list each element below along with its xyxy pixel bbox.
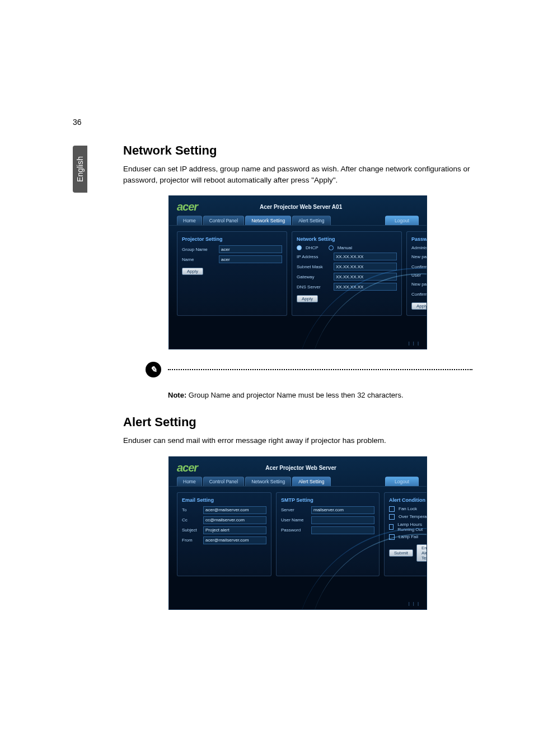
username-input[interactable] [311, 516, 374, 524]
ip-label: IP Address [297, 254, 331, 259]
mask-input[interactable] [334, 263, 397, 270]
username-label: User Name [281, 517, 309, 522]
confirm-label: Confirm Password [411, 264, 427, 269]
manual-label: Manual [338, 245, 352, 250]
admin-label: Administrator [411, 245, 427, 250]
email-panel-title: Email Setting [182, 497, 266, 503]
dhcp-radio[interactable] [297, 245, 302, 250]
tab-bar-2: Home Control Panel Network Setting Alert… [169, 477, 427, 487]
server-input[interactable] [311, 506, 374, 514]
gateway-input[interactable] [334, 273, 397, 281]
smtp-setting-panel: SMTP Setting Server User Name Password [276, 492, 380, 576]
tab-home[interactable]: Home [177, 216, 202, 225]
server-label: Server [281, 507, 309, 512]
to-label: To [182, 507, 201, 512]
dns-input[interactable] [334, 283, 397, 291]
name-label: Name [182, 257, 217, 262]
tab-home-2[interactable]: Home [177, 477, 202, 486]
brand-logo-2: acer [177, 461, 198, 474]
language-tab: English [73, 146, 87, 193]
name-input[interactable] [219, 255, 282, 263]
tab-network-setting[interactable]: Network Setting [245, 216, 291, 225]
webserver-title-2: Acer Projector Web Server [205, 465, 396, 471]
alert-condition-panel: Alert Condition Fan Lock Over Temperatur… [384, 492, 427, 576]
network-apply-button[interactable]: Apply [297, 295, 318, 302]
from-label: From [182, 538, 201, 543]
overtemp-label: Over Temperature [399, 514, 427, 519]
cc-label: Cc [182, 517, 201, 522]
network-setting-screenshot: acer Acer Projector Web Server A01 Home … [168, 195, 427, 349]
brand-logo: acer [177, 200, 198, 213]
projector-setting-panel: Projector Setting Group Name Name Apply [177, 231, 287, 316]
password-setting-panel: Password Setting Administrator Enable Di… [406, 231, 427, 316]
page-number: 36 [73, 118, 472, 127]
dns-label: DNS Server [297, 284, 331, 290]
alert-setting-heading: Alert Setting [123, 415, 472, 430]
email-setting-panel: Email Setting To Cc Subject From [177, 492, 271, 576]
lamphour-label: Lamp Hours Running Out [397, 522, 427, 532]
mask-label: Subnet Mask [297, 264, 331, 269]
note-icon: ✎ [146, 362, 161, 377]
network-setting-heading: Network Setting [123, 143, 472, 158]
tab-control-panel[interactable]: Control Panel [203, 216, 245, 225]
fanlock-label: Fan Lock [399, 506, 417, 511]
manual-radio[interactable] [329, 245, 334, 250]
from-input[interactable] [203, 536, 266, 544]
subject-input[interactable] [203, 526, 266, 534]
cc-input[interactable] [203, 516, 266, 524]
subject-label: Subject [182, 528, 201, 533]
smtp-password-input[interactable] [311, 526, 374, 534]
tab-alert-setting[interactable]: Alert Setting [292, 216, 330, 225]
password-panel-title: Password Setting [411, 236, 427, 242]
tab-bar: Home Control Panel Network Setting Alert… [169, 216, 427, 226]
user-label: User [411, 273, 427, 278]
projector-setting-title: Projector Setting [182, 236, 282, 242]
network-setting-paragraph: Enduser can set IP address, group name a… [123, 164, 472, 185]
tab-logout-2[interactable]: Logout [385, 477, 419, 486]
smtp-password-label: Password [281, 528, 309, 533]
email-test-button[interactable]: Email Alert Test [416, 544, 427, 562]
network-panel-title: Network Setting [297, 236, 397, 242]
user-newpw-label: New password [411, 282, 427, 287]
gateway-label: Gateway [297, 274, 331, 279]
submit-button[interactable]: Submit [389, 549, 413, 557]
group-name-input[interactable] [219, 245, 282, 253]
note-body: Group Name and projector Name must be le… [186, 391, 403, 399]
language-label: English [76, 156, 85, 182]
dhcp-label: DHCP [306, 245, 318, 250]
user-confirm-label: Confirm Password [411, 292, 427, 297]
network-setting-panel: Network Setting DHCP Manual IP Address S… [292, 231, 402, 316]
alert-condition-title: Alert Condition [389, 497, 427, 503]
newpw-label: New password [411, 254, 427, 259]
tab-network-setting-2[interactable]: Network Setting [245, 477, 291, 486]
projector-apply-button[interactable]: Apply [182, 268, 203, 275]
lamphour-checkbox[interactable] [389, 524, 394, 530]
note-divider: ✎ [146, 362, 472, 377]
lampfail-label: Lamp Fail [399, 534, 418, 539]
fanlock-checkbox[interactable] [389, 506, 395, 512]
tab-alert-setting-2[interactable]: Alert Setting [292, 477, 330, 486]
overtemp-checkbox[interactable] [389, 514, 395, 520]
tab-control-panel-2[interactable]: Control Panel [203, 477, 245, 486]
note-text: Note: Group Name and projector Name must… [168, 391, 472, 399]
ip-input[interactable] [334, 253, 397, 260]
smtp-panel-title: SMTP Setting [281, 497, 374, 503]
to-input[interactable] [203, 506, 266, 514]
tab-logout[interactable]: Logout [385, 216, 419, 225]
alert-setting-paragraph: Enduser can send mail with error message… [123, 435, 472, 446]
note-label: Note: [168, 391, 186, 399]
webserver-title: Acer Projector Web Server A01 [205, 204, 396, 210]
password-apply-button[interactable]: Apply [411, 302, 427, 310]
lampfail-checkbox[interactable] [389, 534, 395, 540]
alert-setting-screenshot: acer Acer Projector Web Server Home Cont… [168, 456, 427, 610]
group-name-label: Group Name [182, 247, 217, 252]
